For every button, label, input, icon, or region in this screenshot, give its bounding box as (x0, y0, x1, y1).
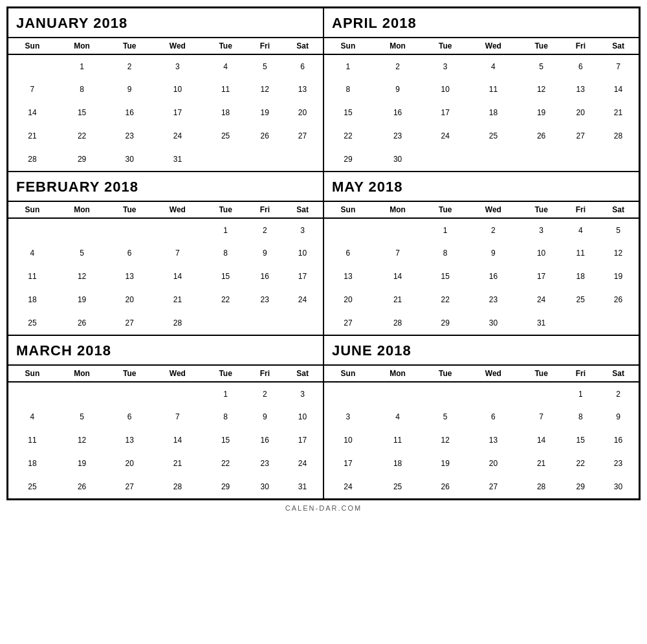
day-cell: 13 (107, 265, 151, 288)
day-cell: 24 (151, 124, 204, 148)
day-cell: 27 (282, 124, 323, 148)
day-cell (324, 218, 372, 241)
month-title-4: MARCH 2018 (8, 336, 323, 364)
day-cell: 3 (520, 218, 564, 241)
day-header: Fri (248, 201, 283, 218)
table-row: 15161718192021 (324, 101, 639, 124)
day-cell: 27 (107, 311, 151, 335)
day-cell: 28 (151, 475, 204, 498)
day-cell (248, 311, 283, 335)
table-row: 13141516171819 (324, 265, 639, 288)
day-cell (598, 311, 639, 335)
day-cell (520, 382, 564, 405)
table-row: 123456 (8, 54, 323, 78)
day-cell: 31 (151, 148, 204, 171)
day-cell: 7 (8, 78, 56, 101)
table-row: 2930 (324, 148, 639, 171)
day-cell: 13 (282, 78, 323, 101)
day-cell: 26 (520, 124, 564, 148)
day-cell: 13 (324, 265, 372, 288)
day-cell: 17 (520, 265, 564, 288)
day-cell: 29 (56, 148, 107, 171)
table-row: 12 (324, 382, 639, 405)
day-cell: 21 (151, 452, 204, 475)
day-header: Mon (56, 201, 107, 218)
day-cell (372, 218, 423, 241)
day-cell: 4 (467, 54, 520, 78)
day-cell: 26 (423, 475, 467, 498)
day-cell (8, 54, 56, 78)
day-cell: 20 (282, 101, 323, 124)
day-cell: 3 (282, 382, 323, 405)
day-header: Tue (423, 38, 467, 54)
day-header: Sun (324, 201, 372, 218)
day-cell: 21 (8, 124, 56, 148)
day-cell: 4 (564, 218, 598, 241)
table-row: 10111213141516 (324, 428, 639, 452)
day-cell: 12 (56, 265, 107, 288)
day-cell: 24 (324, 475, 372, 498)
day-cell: 1 (324, 54, 372, 78)
day-cell: 2 (467, 218, 520, 241)
footer-label: CALEN-DAR.COM (285, 504, 362, 512)
day-cell: 9 (598, 405, 639, 428)
day-cell: 13 (107, 428, 151, 452)
day-cell: 2 (372, 54, 423, 78)
day-cell: 16 (467, 265, 520, 288)
day-cell: 27 (564, 124, 598, 148)
day-cell: 22 (204, 288, 248, 311)
day-cell: 26 (56, 311, 107, 335)
day-header: Sat (282, 201, 323, 218)
day-header: Sat (598, 38, 639, 54)
table-row: 2728293031 (324, 311, 639, 335)
day-cell: 22 (204, 452, 248, 475)
day-cell: 26 (598, 288, 639, 311)
day-cell: 7 (372, 241, 423, 265)
table-row: 21222324252627 (8, 124, 323, 148)
day-cell: 21 (520, 452, 564, 475)
day-cell: 16 (372, 101, 423, 124)
day-header: Sat (598, 201, 639, 218)
table-row: 45678910 (8, 405, 323, 428)
day-cell: 21 (151, 288, 204, 311)
day-cell (564, 148, 598, 171)
day-cell: 29 (204, 475, 248, 498)
month-title-1: APRIL 2018 (324, 8, 639, 37)
month-block-2: FEBRUARY 2018SunMonTueWedTueFriSat123456… (8, 172, 324, 335)
day-cell (248, 148, 283, 171)
day-cell (467, 148, 520, 171)
day-cell: 28 (598, 124, 639, 148)
day-cell: 5 (248, 54, 283, 78)
day-header: Tue (204, 38, 248, 54)
day-cell: 29 (324, 148, 372, 171)
day-cell: 19 (520, 101, 564, 124)
day-cell: 15 (204, 428, 248, 452)
day-cell: 3 (282, 218, 323, 241)
day-cell: 24 (520, 288, 564, 311)
day-header: Mon (56, 365, 107, 382)
day-cell (423, 382, 467, 405)
day-cell: 14 (151, 265, 204, 288)
month-title-0: JANUARY 2018 (8, 8, 323, 37)
day-header: Fri (564, 38, 598, 54)
day-cell: 23 (107, 124, 151, 148)
day-cell: 8 (204, 241, 248, 265)
day-cell: 30 (107, 148, 151, 171)
day-cell: 8 (423, 241, 467, 265)
day-cell: 10 (151, 78, 204, 101)
month-table-4: SunMonTueWedTueFriSat1234567891011121314… (8, 364, 323, 498)
day-cell: 9 (248, 241, 283, 265)
table-row: 25262728 (8, 311, 323, 335)
day-cell: 1 (564, 382, 598, 405)
day-cell (107, 218, 151, 241)
day-cell: 17 (151, 101, 204, 124)
day-cell: 19 (56, 288, 107, 311)
month-table-2: SunMonTueWedTueFriSat1234567891011121314… (8, 201, 323, 335)
day-header: Wed (467, 201, 520, 218)
day-cell: 5 (423, 405, 467, 428)
day-cell: 27 (107, 475, 151, 498)
day-cell: 12 (56, 428, 107, 452)
day-cell: 10 (282, 405, 323, 428)
day-cell: 28 (151, 311, 204, 335)
day-cell: 16 (107, 101, 151, 124)
